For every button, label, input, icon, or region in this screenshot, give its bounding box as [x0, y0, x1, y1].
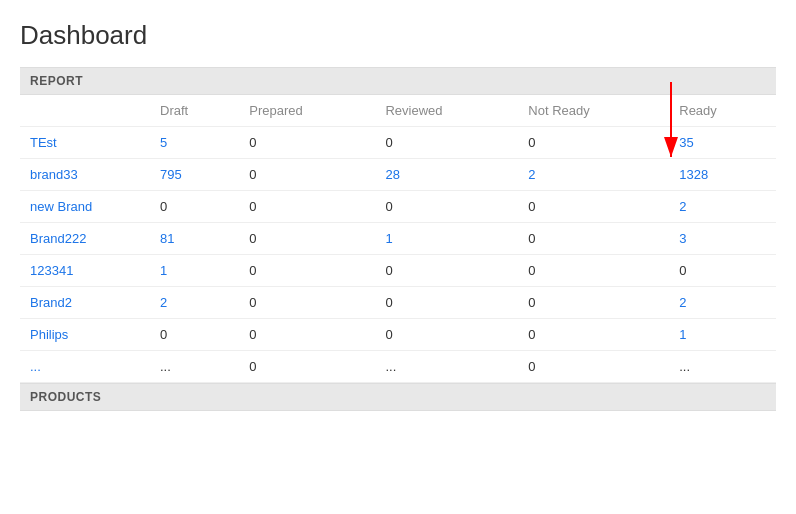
row-reviewed: 0 [375, 319, 518, 351]
row-reviewed: 0 [375, 287, 518, 319]
row-ready: 1328 [669, 159, 776, 191]
row-prepared: 0 [239, 127, 375, 159]
table-row: Philips00001 [20, 319, 776, 351]
row-reviewed: 28 [375, 159, 518, 191]
table-row: TEst500035 [20, 127, 776, 159]
page-title: Dashboard [20, 20, 776, 51]
row-name[interactable]: ... [20, 351, 150, 383]
row-draft: ... [150, 351, 239, 383]
row-prepared: 0 [239, 191, 375, 223]
col-header-ready: Ready [669, 95, 776, 127]
row-prepared: 0 [239, 255, 375, 287]
row-not_ready: 2 [518, 159, 669, 191]
row-prepared: 0 [239, 319, 375, 351]
row-prepared: 0 [239, 159, 375, 191]
row-ready: 3 [669, 223, 776, 255]
report-table: Draft Prepared Reviewed Not Ready Ready … [20, 95, 776, 383]
row-reviewed: 0 [375, 255, 518, 287]
row-draft: 81 [150, 223, 239, 255]
table-row: 12334110000 [20, 255, 776, 287]
row-prepared: 0 [239, 223, 375, 255]
table-row: Brand220002 [20, 287, 776, 319]
row-ready: 0 [669, 255, 776, 287]
row-name[interactable]: Brand222 [20, 223, 150, 255]
row-reviewed: 1 [375, 223, 518, 255]
row-draft: 0 [150, 191, 239, 223]
table-header-row: Draft Prepared Reviewed Not Ready Ready [20, 95, 776, 127]
row-not_ready: 0 [518, 191, 669, 223]
row-ready: 2 [669, 287, 776, 319]
row-not_ready: 0 [518, 287, 669, 319]
col-header-not-ready: Not Ready [518, 95, 669, 127]
row-reviewed: 0 [375, 191, 518, 223]
row-draft: 1 [150, 255, 239, 287]
row-name[interactable]: brand33 [20, 159, 150, 191]
row-draft: 5 [150, 127, 239, 159]
table-row: new Brand00002 [20, 191, 776, 223]
products-section-header: PRODUCTS [20, 383, 776, 411]
row-ready: 1 [669, 319, 776, 351]
table-row: ......0...0... [20, 351, 776, 383]
row-not_ready: 0 [518, 319, 669, 351]
col-header-name [20, 95, 150, 127]
row-name[interactable]: Brand2 [20, 287, 150, 319]
row-reviewed: 0 [375, 127, 518, 159]
row-name[interactable]: TEst [20, 127, 150, 159]
row-ready: 2 [669, 191, 776, 223]
col-header-reviewed: Reviewed [375, 95, 518, 127]
row-name[interactable]: Philips [20, 319, 150, 351]
row-not_ready: 0 [518, 255, 669, 287]
report-section-header: REPORT [20, 67, 776, 95]
row-reviewed: ... [375, 351, 518, 383]
row-draft: 795 [150, 159, 239, 191]
table-row: brand3379502821328 [20, 159, 776, 191]
row-name[interactable]: 123341 [20, 255, 150, 287]
row-not_ready: 0 [518, 223, 669, 255]
row-name[interactable]: new Brand [20, 191, 150, 223]
row-draft: 2 [150, 287, 239, 319]
row-not_ready: 0 [518, 127, 669, 159]
col-header-draft: Draft [150, 95, 239, 127]
row-prepared: 0 [239, 287, 375, 319]
col-header-prepared: Prepared [239, 95, 375, 127]
table-row: Brand222810103 [20, 223, 776, 255]
row-not_ready: 0 [518, 351, 669, 383]
row-ready: ... [669, 351, 776, 383]
row-draft: 0 [150, 319, 239, 351]
row-prepared: 0 [239, 351, 375, 383]
row-ready: 35 [669, 127, 776, 159]
